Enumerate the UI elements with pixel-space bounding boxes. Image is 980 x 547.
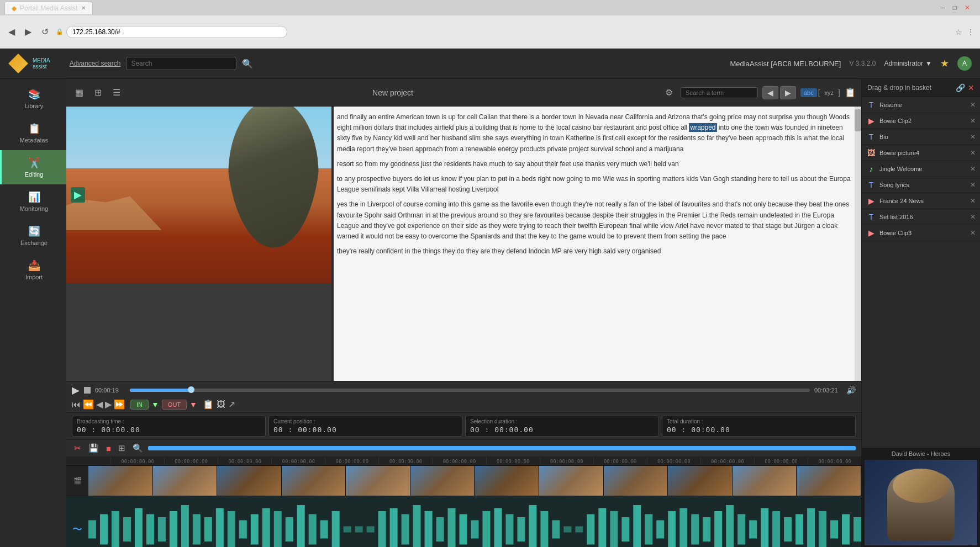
basket-item-remove-bowiepicture4[interactable]: ✕ (970, 149, 976, 157)
ruler-mark: 00:00:00.00 (647, 458, 700, 464)
basket-item-france24news[interactable]: ▶ France 24 News ✕ (862, 193, 980, 209)
play-btn[interactable]: ▶ (72, 384, 80, 396)
preview-title: David Bowie - Heroes (865, 450, 977, 457)
next-result-btn[interactable]: ▶ (780, 86, 796, 99)
advanced-search-link[interactable]: Advanced search (70, 60, 121, 67)
basket-item-remove-resume[interactable]: ✕ (970, 101, 976, 109)
insert-btn[interactable]: ⊞ (116, 442, 128, 454)
export-btn[interactable]: ↗ (228, 399, 235, 410)
progress-bar[interactable] (130, 389, 810, 392)
maximize-btn[interactable]: □ (950, 3, 960, 13)
list-view-btn[interactable]: ☰ (109, 86, 124, 99)
close-window-btn[interactable]: ✕ (962, 3, 973, 13)
transcript-play-btn[interactable]: ▶ (71, 187, 85, 203)
browser-tab[interactable]: ◆ Portail Media Assist ✕ (4, 2, 93, 14)
clip-tool-btn[interactable]: 📋 (203, 399, 214, 410)
basket-item-bio[interactable]: T Bio ✕ (862, 129, 980, 145)
ruler-mark: 00:00:00.00 (271, 458, 325, 464)
svg-rect-12 (228, 511, 235, 547)
user-avatar[interactable]: A (957, 56, 972, 71)
sidebar-item-exchange[interactable]: 🔄 Exchange (0, 219, 66, 253)
video-panel: ▶ (66, 107, 331, 283)
forward-btn[interactable]: ▶ (22, 25, 34, 38)
basket-item-jinglewelcome[interactable]: ♪ Jingle Welcome ✕ (862, 161, 980, 177)
prev-result-btn[interactable]: ◀ (762, 86, 778, 99)
sidebar-item-metadatas[interactable]: 📋 Metadatas (0, 116, 66, 150)
svg-rect-63 (819, 511, 826, 547)
back-btn[interactable]: ◀ (6, 25, 18, 38)
basket-item-remove-songlyrics[interactable]: ✕ (970, 181, 976, 189)
view-mode-btn[interactable]: ▦ (72, 86, 87, 99)
stop-btn[interactable] (84, 387, 91, 394)
tag-bracket-open: [ (818, 88, 820, 97)
sidebar-item-library[interactable]: 📚 Library (0, 82, 66, 116)
logo-text: MEDIA assist (33, 57, 50, 70)
basket-item-setlist2016[interactable]: T Set list 2016 ✕ (862, 209, 980, 225)
goto-start-btn[interactable]: ⏮ (72, 399, 81, 410)
admin-menu-btn[interactable]: Administrator ▼ (884, 60, 932, 67)
audio-track-icon: 〜 (66, 496, 88, 547)
svg-rect-15 (262, 508, 270, 548)
svg-rect-34 (482, 511, 490, 547)
sidebar-item-import[interactable]: 📥 Import (0, 253, 66, 287)
rewind-btn[interactable]: ⏪ (83, 399, 94, 410)
step-back-btn[interactable]: ◀ (96, 399, 103, 410)
basket-item-label-bowiepicture4: Bowie picture4 (879, 150, 967, 156)
basket-item-remove-setlist2016[interactable]: ✕ (970, 213, 976, 221)
basket-settings-btn[interactable]: 🔗 (956, 83, 965, 92)
svg-rect-22 (344, 527, 351, 533)
basket-close-btn[interactable]: ✕ (968, 83, 974, 92)
basket-item-remove-bio[interactable]: ✕ (970, 133, 976, 141)
svg-rect-53 (703, 517, 710, 541)
tag-abc: abc (800, 88, 817, 97)
audio-file-icon: ♪ (866, 164, 876, 173)
refresh-btn[interactable]: ↺ (39, 25, 51, 38)
basket-item-songlyrics[interactable]: T Song lyrics ✕ (862, 177, 980, 193)
settings-btn[interactable]: ⚙ (662, 86, 676, 99)
search-submit-btn[interactable]: 🔍 (242, 59, 253, 69)
favorites-icon[interactable]: ★ (940, 57, 949, 70)
mark-in-btn[interactable]: IN (130, 400, 149, 410)
basket-item-bowieclip2[interactable]: ▶ Bowie Clip2 ✕ (862, 113, 980, 129)
search-in-timeline-btn[interactable]: 🔍 (130, 442, 145, 454)
ruler-mark: 00:00:00.00 (486, 458, 540, 464)
save-to-media-btn[interactable]: 💾 (86, 442, 101, 454)
selection-duration-label: Selection duration : (470, 418, 654, 424)
step-forward-btn[interactable]: ▶ (105, 399, 112, 410)
delete-segment-btn[interactable]: ■ (104, 443, 113, 454)
sidebar-item-monitoring[interactable]: 📊 Monitoring (0, 184, 66, 219)
svg-rect-27 (402, 514, 409, 545)
mark-out-btn[interactable]: OUT (162, 400, 187, 410)
transcript-panel: and finally an entire American town is u… (331, 107, 861, 381)
frame-thumb (153, 466, 218, 496)
ruler-mark: 00:00:00.00 (808, 458, 861, 464)
svg-rect-13 (239, 521, 247, 539)
basket-item-remove-bowieclip3[interactable]: ✕ (970, 229, 976, 237)
tab-close-btn[interactable]: ✕ (81, 5, 86, 11)
address-bar[interactable] (66, 26, 287, 38)
transcript-scrollbar[interactable] (855, 107, 861, 381)
sidebar-label-exchange: Exchange (20, 240, 48, 246)
timeline-progress-bar[interactable] (148, 446, 856, 450)
search-term-input[interactable] (681, 87, 758, 98)
svg-rect-64 (830, 521, 838, 539)
basket-item-bowieclip3[interactable]: ▶ Bowie Clip3 ✕ (862, 225, 980, 241)
basket-item-remove-jinglewelcome[interactable]: ✕ (970, 165, 976, 173)
cut-btn[interactable]: ✂ (72, 442, 83, 454)
video-track[interactable]: 🎬 (66, 466, 861, 496)
basket-item-resume[interactable]: T Resume ✕ (862, 97, 980, 113)
split-view-btn[interactable]: ⊞ (91, 86, 105, 99)
transcript-line-4: yes the in Liverpool of course coming in… (337, 199, 856, 242)
fast-forward-btn[interactable]: ⏩ (114, 399, 125, 410)
copy-btn[interactable]: 📋 (845, 87, 856, 98)
basket-item-remove-bowieclip2[interactable]: ✕ (970, 117, 976, 125)
minimize-btn[interactable]: ─ (937, 3, 948, 13)
sidebar-item-editing[interactable]: ✂️ Editing (0, 150, 66, 184)
snapshot-btn[interactable]: 🖼 (217, 399, 225, 410)
frame-thumb (668, 466, 733, 496)
progress-thumb[interactable] (188, 386, 194, 393)
basket-item-bowiepicture4[interactable]: 🖼 Bowie picture4 ✕ (862, 145, 980, 161)
total-duration-timecode: Total duration : 00 : 00:00.00 (662, 416, 856, 437)
basket-item-remove-france24news[interactable]: ✕ (970, 197, 976, 205)
main-search-input[interactable] (126, 57, 236, 70)
